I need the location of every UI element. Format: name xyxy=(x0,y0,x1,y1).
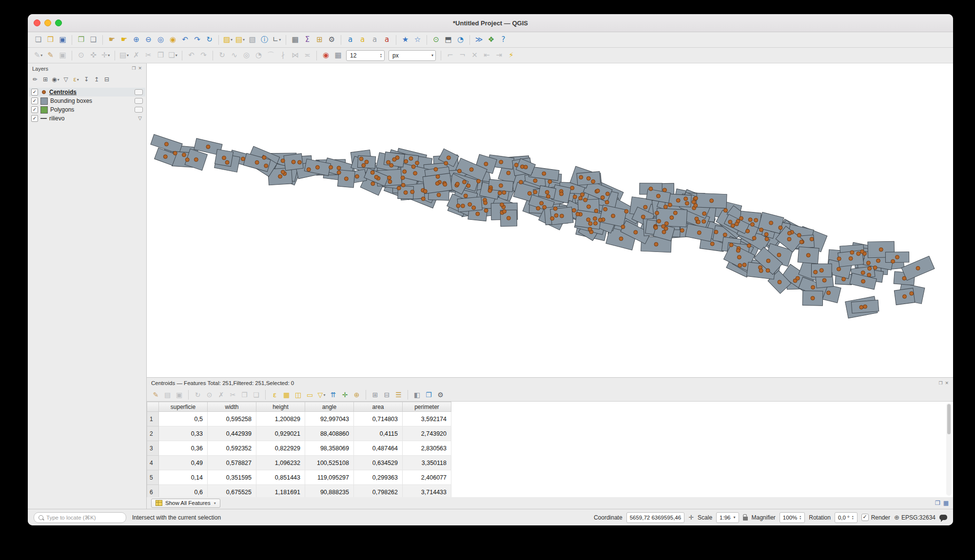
move-selection-top-icon[interactable]: ⇈ xyxy=(328,389,338,400)
snapping-grid-icon[interactable]: ▦ xyxy=(332,50,344,61)
new-3d-map-icon[interactable]: ⬒ xyxy=(443,34,454,46)
snapping-options-icon[interactable]: ◉ xyxy=(320,50,332,61)
topological-editing-icon[interactable]: ⌐ xyxy=(445,50,456,61)
layer-visibility-checkbox[interactable]: ✓ xyxy=(31,106,38,113)
table-cell[interactable]: 1,181691 xyxy=(256,485,305,498)
save-layer-edits-icon[interactable]: ▣ xyxy=(57,50,68,61)
table-cell[interactable]: 0,851443 xyxy=(256,470,305,485)
attribute-table[interactable]: superficiewidthheightangleareaperimeter1… xyxy=(147,402,451,497)
save-project-icon[interactable]: ▣ xyxy=(57,34,68,46)
zoom-full-extent-icon[interactable]: ◎ xyxy=(155,34,166,46)
table-cell[interactable]: 0,714803 xyxy=(354,412,403,426)
layer-item-rilievo[interactable]: ✓rilievo▽ xyxy=(29,114,145,123)
field-calculator-icon[interactable]: ☰ xyxy=(393,389,404,400)
refresh-map-icon[interactable]: ↻ xyxy=(204,34,215,46)
column-header-angle[interactable]: angle xyxy=(305,402,354,412)
row-number[interactable]: 5 xyxy=(147,470,159,485)
select-by-expression-icon[interactable]: ε xyxy=(270,389,280,400)
table-cell[interactable]: 0,578827 xyxy=(208,456,256,470)
close-panel-icon[interactable]: ✕ xyxy=(138,66,142,71)
add-ring-icon[interactable]: ◎ xyxy=(241,50,252,61)
statistical-summary-icon[interactable]: Σ xyxy=(302,34,313,46)
layer-item-polygons[interactable]: ✓Polygons xyxy=(29,105,145,114)
redo-icon[interactable]: ↷ xyxy=(198,50,209,61)
table-cell[interactable]: 0,36 xyxy=(159,441,208,456)
table-cell[interactable]: 2,406077 xyxy=(403,470,451,485)
new-project-icon[interactable]: ❏ xyxy=(33,34,44,46)
multi-edit-icon[interactable]: ▤ xyxy=(162,389,173,400)
table-cell[interactable]: 3,592174 xyxy=(403,412,451,426)
table-row[interactable]: 50,140,3515950,851443119,0952970,2993632… xyxy=(147,470,451,485)
expand-all-icon[interactable]: ↧ xyxy=(82,75,91,84)
trace-backward-icon[interactable]: ⇤ xyxy=(481,50,492,61)
table-cell[interactable]: 0,351595 xyxy=(208,470,256,485)
delete-selected-icon[interactable]: ✗ xyxy=(131,50,142,61)
dock-table-icon[interactable]: ❐ xyxy=(935,500,940,506)
python-console-icon[interactable]: ≫ xyxy=(473,34,485,46)
row-number[interactable]: 6 xyxy=(147,485,159,498)
table-cell[interactable]: 0,592352 xyxy=(208,441,256,456)
table-cell[interactable]: 0,595258 xyxy=(208,412,256,426)
plugin-manager-icon[interactable]: ❖ xyxy=(486,34,497,46)
table-cell[interactable]: 3,350118 xyxy=(403,456,451,470)
select-features-icon[interactable]: ▨▾ xyxy=(222,34,234,46)
reload-table-icon[interactable]: ↻ xyxy=(193,389,203,400)
layer-labeling-icon[interactable]: a xyxy=(345,34,356,46)
copy-features-icon[interactable]: ❐ xyxy=(155,50,166,61)
modify-attributes-icon[interactable]: ▤▾ xyxy=(118,50,130,61)
crs-status-button[interactable]: ⊕ EPSG:32634 xyxy=(894,514,936,521)
zoom-out-icon[interactable]: ⊖ xyxy=(143,34,154,46)
magnifier-spinbox[interactable]: 100% ▲▼ xyxy=(780,512,805,523)
copy-row-icon[interactable]: ❐ xyxy=(239,389,250,400)
pan-to-selection-icon[interactable]: ✛ xyxy=(340,389,350,400)
select-all-icon[interactable]: ▦ xyxy=(281,389,292,400)
table-cell[interactable]: 119,095297 xyxy=(305,470,354,485)
manage-map-themes-icon[interactable]: ◉▾ xyxy=(51,75,60,84)
collapse-all-icon[interactable]: ↥ xyxy=(92,75,101,84)
layer-visibility-checkbox[interactable]: ✓ xyxy=(31,89,38,96)
table-row[interactable]: 20,330,4429390,92902188,4088600,41152,74… xyxy=(147,426,451,441)
table-row[interactable]: 10,50,5952581,20082992,9970430,7148033,5… xyxy=(147,412,451,426)
float-panel-icon[interactable]: ❐ xyxy=(132,66,136,71)
layer-badge-icon[interactable] xyxy=(135,98,143,104)
add-point-feature-icon[interactable]: ⊙ xyxy=(76,50,87,61)
table-cell[interactable]: 2,743920 xyxy=(403,426,451,441)
zoom-next-icon[interactable]: ↷ xyxy=(192,34,203,46)
scale-combobox[interactable]: 1:96 ▾ xyxy=(716,512,739,523)
column-header-superficie[interactable]: superficie xyxy=(159,402,208,412)
table-row[interactable]: 40,490,5788271,096232100,5251080,6345293… xyxy=(147,456,451,470)
snapping-tolerance-spinbox[interactable]: 12▲▼ xyxy=(346,50,385,61)
show-all-features-button[interactable]: Show All Features ▾ xyxy=(151,499,220,508)
table-cell[interactable]: 98,358069 xyxy=(305,441,354,456)
paste-row-icon[interactable]: ❏ xyxy=(251,389,261,400)
table-cell[interactable]: 2,830563 xyxy=(403,441,451,456)
add-feature-icon[interactable]: ⊙ xyxy=(204,389,214,400)
label-pin-icon[interactable]: a xyxy=(369,34,380,46)
render-checkbox[interactable]: ✓ Render xyxy=(861,514,890,521)
merge-features-icon[interactable]: ⋈ xyxy=(290,50,301,61)
row-number[interactable]: 3 xyxy=(147,441,159,456)
processing-toolbox-icon[interactable]: ⚙ xyxy=(326,34,337,46)
table-cell[interactable]: 88,408860 xyxy=(305,426,354,441)
zoom-in-icon[interactable]: ⊕ xyxy=(131,34,142,46)
table-cell[interactable]: 0,929021 xyxy=(256,426,305,441)
column-header-perimeter[interactable]: perimeter xyxy=(403,402,451,412)
conditional-formatting-icon[interactable]: ◧ xyxy=(412,389,422,400)
cut-features-icon[interactable]: ✂ xyxy=(143,50,154,61)
add-group-icon[interactable]: ⊞ xyxy=(41,75,50,84)
table-cell[interactable]: 0,49 xyxy=(159,456,208,470)
add-part-icon[interactable]: ◔ xyxy=(253,50,264,61)
table-row[interactable]: 30,360,5923520,82292998,3580690,4874642,… xyxy=(147,441,451,456)
save-edits-icon[interactable]: ▣ xyxy=(174,389,184,400)
select-by-value-icon[interactable]: ▤▾ xyxy=(234,34,246,46)
field-calculator-icon[interactable]: ⊞ xyxy=(314,34,325,46)
pan-map-icon[interactable]: ☛ xyxy=(106,34,117,46)
table-cell[interactable]: 0,4115 xyxy=(354,426,403,441)
enable-tracing-icon[interactable]: ⚡ xyxy=(506,50,517,61)
lock-scale-icon[interactable] xyxy=(743,517,748,521)
zoom-last-icon[interactable]: ↶ xyxy=(179,34,191,46)
snapping-units-combobox[interactable]: px▾ xyxy=(389,50,436,61)
current-edits-icon[interactable]: ✎▾ xyxy=(33,50,44,61)
reshape-features-icon[interactable]: ⌒ xyxy=(265,50,276,61)
row-number[interactable]: 4 xyxy=(147,456,159,470)
